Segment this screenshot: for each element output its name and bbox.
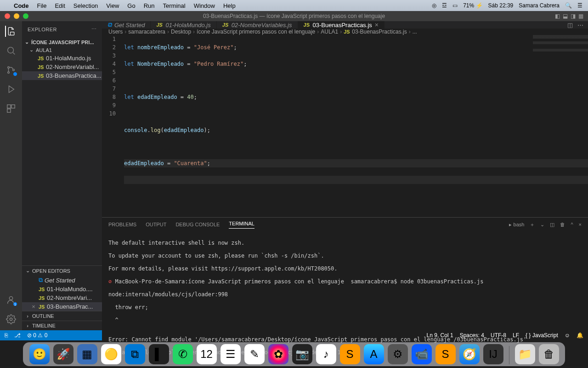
wifi-icon[interactable]: ☲	[442, 2, 447, 9]
terminal-dropdown-icon[interactable]: ⌄	[540, 222, 544, 228]
menu-help[interactable]: Help	[223, 2, 236, 9]
open-editor-03[interactable]: ×JS03-BuenasPrac...	[22, 302, 102, 311]
dock-terminal[interactable]: ▌	[149, 344, 169, 364]
menubar-user[interactable]: Samara Cabrera	[519, 2, 560, 9]
sidebar-more-icon[interactable]: ⋯	[91, 26, 97, 32]
status-notifications-icon[interactable]: 🔔	[577, 332, 583, 339]
activity-accounts-icon[interactable]: 1	[6, 294, 17, 305]
dock-intellij[interactable]: IJ	[483, 344, 503, 364]
open-editor-02[interactable]: JS02-NombreVari...	[22, 293, 102, 302]
menubar-time[interactable]: Sáb 22:39	[488, 2, 514, 9]
layout-panel-left-icon[interactable]: ◧	[555, 13, 560, 19]
status-errors-warnings[interactable]: ⊘ 0 ⚠ 0	[27, 332, 47, 339]
tab-get-started[interactable]: ⧉Get Started	[102, 21, 151, 29]
file-03[interactable]: JS03-BuenasPractica...	[22, 71, 102, 80]
kill-terminal-icon[interactable]: 🗑	[560, 222, 565, 227]
dock-calendar[interactable]: 12	[197, 344, 217, 364]
menu-window[interactable]: Window	[194, 2, 215, 9]
open-editor-01[interactable]: JS01-HolaMundo....	[22, 285, 102, 293]
workspace-root[interactable]: ⌄ÍCONE JAVASCRIPT PRI...	[22, 38, 102, 46]
outline-section[interactable]: ›OUTLINE	[22, 311, 102, 321]
dock-system-preferences[interactable]: ⚙	[388, 344, 408, 364]
layout-panel-right-icon[interactable]: ◨	[571, 13, 576, 19]
menu-terminal[interactable]: Terminal	[163, 2, 186, 9]
status-cursor-position[interactable]: Ln 9, Col 1	[427, 332, 453, 339]
screen-mirror-icon[interactable]: ▭	[452, 2, 458, 9]
menu-selection[interactable]: Selection	[74, 2, 98, 9]
status-feedback-icon[interactable]: ☺	[565, 332, 570, 339]
timeline-section[interactable]: ›TIMELINE	[22, 321, 102, 330]
tab-03[interactable]: JS03-BuenasPracticas.js×	[298, 21, 385, 29]
folder-aula1[interactable]: ⌄AULA1	[22, 46, 102, 54]
terminal-profile[interactable]: ▸ bash	[509, 222, 524, 228]
window-close-button[interactable]	[5, 13, 10, 19]
new-terminal-icon[interactable]: ＋	[530, 221, 535, 228]
dock-chrome[interactable]: 🟡	[101, 344, 121, 364]
maximize-panel-icon[interactable]: ^	[571, 222, 573, 227]
menu-file[interactable]: File	[37, 2, 47, 9]
panel-tab-problems[interactable]: PROBLEMS	[108, 222, 136, 227]
dock-trash[interactable]: 🗑	[539, 344, 559, 364]
file-01[interactable]: JS01-HolaMundo.js	[22, 54, 102, 63]
split-terminal-icon[interactable]: ◫	[550, 222, 554, 228]
panel-tab-debug-console[interactable]: DEBUG CONSOLE	[175, 222, 220, 227]
battery-percent[interactable]: 71% ⚡	[463, 2, 482, 9]
layout-customize-icon[interactable]: ▦	[578, 13, 583, 19]
dock-photos[interactable]: ✿	[268, 344, 288, 364]
spotlight-icon[interactable]: 🔍	[565, 2, 572, 9]
menubar-app-name[interactable]: Code	[14, 2, 29, 9]
close-icon[interactable]: ×	[375, 21, 379, 29]
dock-safari[interactable]: 🧭	[459, 344, 480, 364]
menu-view[interactable]: View	[106, 2, 119, 9]
close-icon[interactable]: ×	[30, 303, 37, 310]
status-language-mode[interactable]: { } JavaScript	[526, 332, 558, 339]
status-encoding[interactable]: UTF-8	[491, 332, 506, 339]
layout-panel-bottom-icon[interactable]: ⬓	[563, 13, 568, 19]
tab-01[interactable]: JS01-HolaMundo.js	[151, 21, 216, 29]
menu-run[interactable]: Run	[144, 2, 155, 9]
dock-notes[interactable]: ✎	[244, 344, 265, 364]
dock-appstore[interactable]: A	[364, 344, 384, 364]
more-actions-icon[interactable]: ⋯	[577, 22, 583, 29]
panel-tab-output[interactable]: OUTPUT	[146, 222, 166, 227]
activity-explorer-icon[interactable]	[5, 26, 16, 37]
close-panel-icon[interactable]: ×	[579, 222, 582, 227]
dock-reminders[interactable]: ☰	[220, 344, 241, 364]
activity-source-control-icon[interactable]	[6, 64, 17, 75]
menu-go[interactable]: Go	[127, 2, 135, 9]
status-git-branch[interactable]: ⎇	[14, 332, 21, 339]
remote-indicator[interactable]: ⎘	[5, 332, 8, 339]
panel-tab-terminal[interactable]: TERMINAL	[229, 221, 254, 229]
dock-sublime2[interactable]: S	[435, 344, 456, 364]
menu-edit[interactable]: Edit	[55, 2, 65, 9]
activity-settings-icon[interactable]	[6, 314, 17, 325]
dock-music[interactable]: ♪	[316, 344, 336, 364]
open-editor-get-started[interactable]: ⧉Get Started	[22, 276, 102, 285]
dock-downloads[interactable]: 📁	[515, 344, 535, 364]
dock-photo-booth[interactable]: 📷	[292, 344, 312, 364]
dock-vscode[interactable]: ⧉	[125, 344, 145, 364]
minimap[interactable]	[533, 35, 588, 81]
creative-cloud-icon[interactable]: ◎	[432, 2, 436, 9]
dock-launchpad[interactable]: 🚀	[53, 344, 74, 364]
status-eol[interactable]: LF	[513, 332, 519, 339]
dock-sublime[interactable]: S	[340, 344, 360, 364]
window-minimize-button[interactable]	[14, 13, 19, 19]
breadcrumbs[interactable]: Users› samaracabrera› Desktop› ícone Jav…	[102, 29, 588, 35]
status-indentation[interactable]: Spaces: 4	[460, 332, 484, 339]
activity-search-icon[interactable]	[6, 45, 17, 56]
tab-02[interactable]: JS02-NombreVariables.js	[217, 21, 298, 29]
file-02[interactable]: JS02-NombreVariabl...	[22, 63, 102, 71]
split-editor-icon[interactable]: ◫	[567, 22, 573, 29]
code-editor[interactable]: 12345678910 let nombreEmpleado = "José P…	[102, 35, 588, 217]
control-center-icon[interactable]: ☰	[577, 2, 582, 9]
dock-finder[interactable]: 🙂	[29, 344, 50, 364]
dock-mission-control[interactable]: ▦	[77, 344, 97, 364]
svg-point-1	[8, 67, 10, 69]
open-editors-section[interactable]: ⌄OPEN EDITORS	[22, 265, 102, 276]
activity-run-debug-icon[interactable]	[6, 84, 17, 95]
dock-zoom[interactable]: 📹	[412, 344, 432, 364]
window-zoom-button[interactable]	[23, 13, 28, 19]
activity-extensions-icon[interactable]	[6, 103, 17, 114]
dock-whatsapp[interactable]: ✆	[173, 344, 193, 364]
